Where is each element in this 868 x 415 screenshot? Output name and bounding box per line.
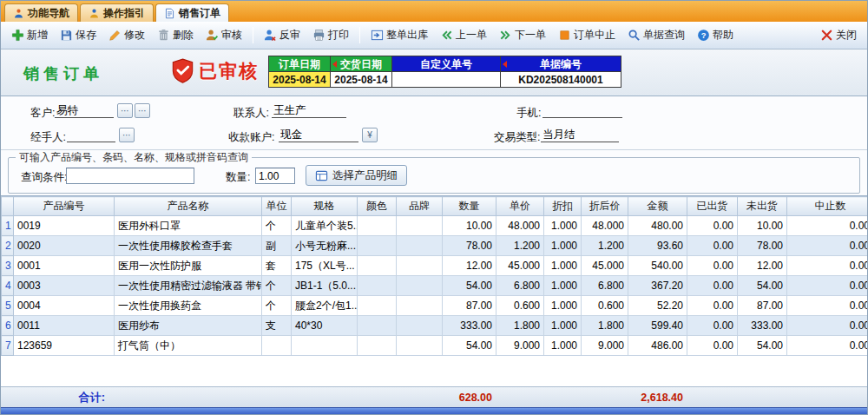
row-number[interactable]: 3 bbox=[2, 256, 14, 276]
cell[interactable]: 0003 bbox=[14, 276, 115, 296]
column-header[interactable]: 已出货 bbox=[687, 197, 738, 216]
trade-type-field[interactable] bbox=[541, 128, 619, 142]
cell[interactable]: 93.60 bbox=[628, 236, 687, 256]
condition-input[interactable] bbox=[66, 168, 194, 184]
cell[interactable]: 480.00 bbox=[628, 216, 687, 236]
tab-operation-guide[interactable]: 操作指引 bbox=[80, 3, 154, 22]
column-header[interactable]: 未出货 bbox=[738, 197, 787, 216]
column-header[interactable]: 单价 bbox=[496, 197, 544, 216]
cell[interactable] bbox=[397, 236, 443, 256]
edit-button[interactable]: 修改 bbox=[103, 24, 150, 46]
cell[interactable]: 0019 bbox=[14, 216, 115, 236]
cell[interactable]: 0004 bbox=[14, 296, 115, 316]
cell[interactable]: 48.000 bbox=[582, 216, 628, 236]
print-button[interactable]: 打印 bbox=[307, 24, 354, 46]
column-header[interactable]: 产品编号 bbox=[14, 197, 115, 216]
cell[interactable] bbox=[397, 316, 443, 336]
cell[interactable]: 套 bbox=[262, 256, 292, 276]
cell[interactable]: 540.00 bbox=[628, 256, 687, 276]
cell[interactable]: 486.00 bbox=[628, 336, 687, 356]
cell[interactable]: 一次性使用精密过滤输液器 带针 bbox=[115, 276, 262, 296]
row-number[interactable]: 4 bbox=[2, 276, 14, 296]
currency-button[interactable]: ¥ bbox=[362, 128, 378, 142]
cell[interactable]: 1.000 bbox=[544, 296, 582, 316]
save-button[interactable]: 保存 bbox=[55, 24, 102, 46]
cell[interactable]: 78.00 bbox=[443, 236, 496, 256]
cell[interactable]: 副 bbox=[262, 236, 292, 256]
customer-edit-button[interactable] bbox=[135, 103, 150, 118]
cell[interactable]: 0011 bbox=[14, 316, 115, 336]
cell[interactable]: 0.00 bbox=[687, 336, 738, 356]
cell[interactable]: 一次性使用换药盒 bbox=[115, 296, 262, 316]
cell[interactable]: 54.00 bbox=[738, 276, 787, 296]
cell[interactable]: 1.200 bbox=[496, 236, 544, 256]
cell[interactable]: 78.00 bbox=[738, 236, 787, 256]
table-row[interactable]: 50004一次性使用换药盒个腰盒2个/包1...87.000.6001.0000… bbox=[2, 296, 868, 316]
table-row[interactable]: 60011医用纱布支40*30333.001.8001.0001.800599.… bbox=[2, 316, 868, 336]
cell[interactable]: 0.00 bbox=[787, 256, 868, 276]
cell[interactable]: 个 bbox=[262, 276, 292, 296]
select-product-button[interactable]: 选择产品明细 bbox=[306, 165, 407, 186]
cell[interactable]: 52.20 bbox=[628, 296, 687, 316]
cell[interactable]: 1.000 bbox=[544, 256, 582, 276]
cell[interactable]: 9.000 bbox=[496, 336, 544, 356]
doc-no-value[interactable]: KD202508140001 bbox=[500, 71, 621, 88]
cell[interactable]: 1.000 bbox=[544, 236, 582, 256]
cell[interactable]: 0.00 bbox=[787, 216, 868, 236]
cell[interactable]: 175（XL号... bbox=[292, 256, 358, 276]
cell[interactable]: JB1-1（5.0... bbox=[292, 276, 358, 296]
new-button[interactable]: 新增 bbox=[6, 24, 53, 46]
next-order-button[interactable]: 下一单 bbox=[494, 24, 551, 46]
cell[interactable]: 打气筒（中） bbox=[115, 336, 262, 356]
cell[interactable] bbox=[262, 336, 292, 356]
cell[interactable] bbox=[397, 216, 443, 236]
cell[interactable]: 0.00 bbox=[787, 336, 868, 356]
qty-input[interactable] bbox=[255, 168, 295, 184]
cell[interactable]: 87.00 bbox=[738, 296, 787, 316]
cell[interactable]: 10.00 bbox=[738, 216, 787, 236]
cell[interactable]: 0.00 bbox=[787, 296, 868, 316]
cell[interactable]: 45.000 bbox=[496, 256, 544, 276]
cell[interactable] bbox=[397, 296, 443, 316]
cell[interactable]: 6.800 bbox=[496, 276, 544, 296]
cell[interactable]: 367.20 bbox=[628, 276, 687, 296]
row-number[interactable]: 6 bbox=[2, 316, 14, 336]
handler-lookup-button[interactable] bbox=[119, 128, 135, 142]
order-date-value[interactable]: 2025-08-14 bbox=[268, 71, 331, 88]
cell[interactable] bbox=[358, 236, 397, 256]
cell[interactable] bbox=[358, 296, 397, 316]
cell[interactable]: 医用一次性防护服 bbox=[115, 256, 262, 276]
tab-function-nav[interactable]: 功能导航 bbox=[4, 3, 78, 22]
cell[interactable]: 9.000 bbox=[582, 336, 628, 356]
cell[interactable]: 支 bbox=[262, 316, 292, 336]
help-button[interactable]: ? 帮助 bbox=[692, 24, 739, 46]
customer-field[interactable] bbox=[55, 103, 114, 118]
cell[interactable]: 12.00 bbox=[738, 256, 787, 276]
cell[interactable] bbox=[358, 316, 397, 336]
cell[interactable]: 599.40 bbox=[628, 316, 687, 336]
row-number[interactable]: 7 bbox=[2, 336, 14, 356]
cell[interactable]: 45.000 bbox=[582, 256, 628, 276]
cell[interactable]: 87.00 bbox=[443, 296, 496, 316]
cell[interactable]: 54.00 bbox=[443, 336, 496, 356]
audit-button[interactable]: 审核 bbox=[201, 24, 247, 46]
table-row[interactable]: 20020一次性使用橡胶检查手套副小号无粉麻...78.001.2001.000… bbox=[2, 236, 868, 256]
cell[interactable]: 一次性使用橡胶检查手套 bbox=[115, 236, 262, 256]
cell[interactable]: 0.00 bbox=[787, 236, 868, 256]
contact-field[interactable] bbox=[272, 103, 346, 118]
cell[interactable]: 0.600 bbox=[496, 296, 544, 316]
cell[interactable]: 0.00 bbox=[687, 236, 738, 256]
horizontal-scrollbar[interactable] bbox=[1, 407, 867, 414]
cell[interactable]: 54.00 bbox=[738, 336, 787, 356]
cell[interactable]: 40*30 bbox=[292, 316, 358, 336]
table-row[interactable]: 30001医用一次性防护服套175（XL号...12.0045.0001.000… bbox=[2, 256, 868, 276]
cell[interactable]: 0.600 bbox=[582, 296, 628, 316]
cell[interactable]: 医用纱布 bbox=[115, 316, 262, 336]
row-number[interactable]: 2 bbox=[2, 236, 14, 256]
cell[interactable]: 0.00 bbox=[687, 256, 738, 276]
column-header[interactable]: 折后价 bbox=[582, 197, 628, 216]
cell[interactable]: 0.00 bbox=[687, 296, 738, 316]
cell[interactable]: 个 bbox=[262, 216, 292, 236]
cell[interactable] bbox=[292, 336, 358, 356]
cell[interactable] bbox=[358, 276, 397, 296]
